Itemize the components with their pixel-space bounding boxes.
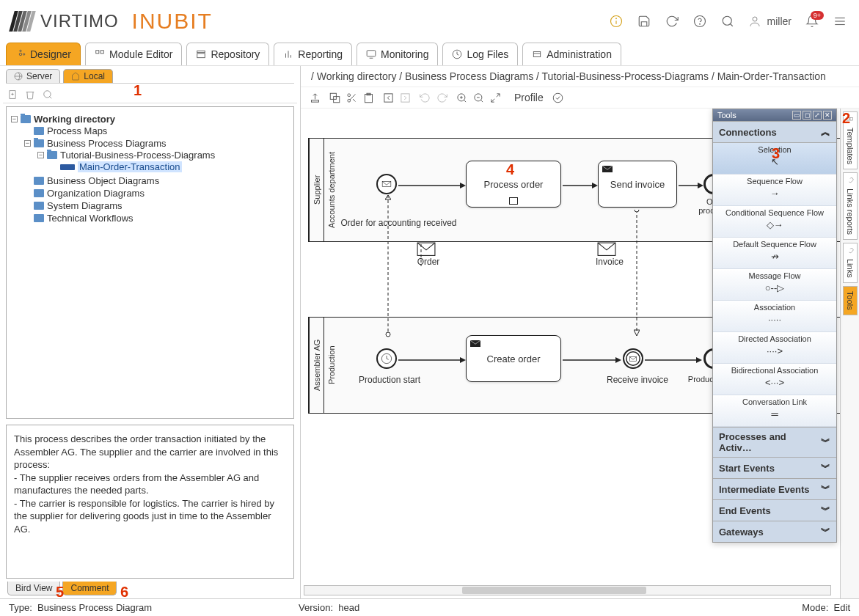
section-connections[interactable]: Connections︽ [713,121,836,143]
tools-panel[interactable]: Tools ▭ ◻ ⤢ ✕ Connections︽ Selection↖ Se… [712,109,837,543]
next-icon[interactable] [400,92,411,103]
tab-server[interactable]: Server [6,69,60,83]
tool-default-flow[interactable]: Default Sequence Flow↛ [713,238,836,269]
msg-invoice-icon[interactable] [597,242,616,255]
svg-marker-58 [592,183,598,188]
tools-pin-icon[interactable]: ⤢ [813,111,822,120]
tree-main-order[interactable]: Main-Order-Transaction [78,161,182,172]
tree-sys[interactable]: System Diagrams [47,200,123,211]
menu-icon[interactable] [833,14,847,29]
user-info[interactable]: miller [748,15,792,28]
comment-p1: This process describes the order transac… [14,433,286,472]
tool-conditional-flow[interactable]: Conditional Sequence Flow◇→ [713,206,836,238]
upload-icon[interactable] [310,92,321,103]
copy-icon[interactable] [329,92,340,103]
section-intermediate-events[interactable]: Intermediate Events︾ [713,478,836,499]
header-actions: miller 9+ [609,14,847,29]
save-icon[interactable] [637,14,651,29]
pool-assembler-title: Assembler AG [309,318,324,413]
help-icon[interactable] [692,14,707,29]
tree-tutorial[interactable]: Tutorial-Business-Process-Diagrams [60,150,215,161]
tool-sequence-flow[interactable]: Sequence Flow→ [713,175,836,206]
check-icon[interactable] [552,92,563,103]
status-bar: Type: Business Process Diagram Version: … [0,598,859,616]
tool-association[interactable]: Association····· [713,301,836,332]
tool-conversation-link[interactable]: Conversation Link═ [713,395,836,427]
callout-2: 2 [842,110,850,127]
status-mode-label: Mode: [802,602,828,613]
redo-icon[interactable] [436,92,447,103]
chevron-down-icon: ︾ [821,436,830,449]
chevron-down-icon: ︾ [821,483,830,496]
tree-root[interactable]: Working directory [34,114,115,125]
svg-line-45 [464,100,466,102]
folder-icon [34,202,44,210]
tools-max-icon[interactable]: ◻ [803,111,811,120]
section-processes[interactable]: Processes and Activ…︾ [713,427,836,457]
tree-bpd[interactable]: Business Process Diagrams [47,138,167,149]
tab-designer[interactable]: Designer [6,43,81,65]
task-send-invoice[interactable]: Send invoice [598,161,677,208]
directory-tree[interactable]: −Working directory Process Maps −Busines… [6,106,294,419]
zoom-out-icon[interactable] [473,92,484,103]
svg-point-80 [635,210,639,212]
tree-tech[interactable]: Technical Workflows [47,213,134,224]
tab-module-editor[interactable]: Module Editor [85,43,182,65]
section-gateways[interactable]: Gateways︾ [713,521,836,542]
dock-tools[interactable]: Tools [843,286,858,315]
zoom-fit-icon[interactable] [490,92,501,103]
dock-links[interactable]: Links [843,243,858,283]
svg-point-13 [23,54,25,55]
info-icon[interactable] [609,14,624,29]
bell-icon[interactable]: 9+ [805,14,819,29]
tool-message-flow[interactable]: Message Flow○--▷ [713,269,836,301]
section-end-events[interactable]: End Events︾ [713,499,836,521]
status-type-label: Type: [9,602,32,613]
task-create-order[interactable]: Create order [466,335,561,382]
zoom-in-icon[interactable] [456,92,467,103]
folder-icon [21,115,31,123]
svg-rect-15 [100,51,103,54]
tools-min-icon[interactable]: ▭ [792,111,801,120]
new-icon[interactable] [7,89,18,100]
callout-5: 5 [56,584,64,601]
event-order-received[interactable] [376,174,397,194]
tree-bod[interactable]: Business Object Diagrams [47,175,159,186]
diagram-icon [60,164,75,170]
svg-line-52 [491,98,494,101]
svg-point-2 [615,18,616,18]
tab-administration[interactable]: Administration [522,43,621,65]
tab-local[interactable]: Local [63,69,113,83]
undo-icon[interactable] [420,92,431,103]
section-start-events[interactable]: Start Events︾ [713,457,836,478]
tab-repository[interactable]: Repository [186,43,269,65]
tab-monitoring[interactable]: Monitoring [357,43,438,65]
prev-icon[interactable] [383,92,394,103]
tree-org[interactable]: Organization Diagrams [47,188,145,199]
search-tree-icon[interactable] [43,89,53,100]
canvas-wrap: Supplier Accounts department Order for a… [301,109,859,598]
tab-bird-view[interactable]: Bird View [7,582,60,595]
paste-icon[interactable] [363,92,374,103]
tool-bidir-assoc[interactable]: Bidirectional Association<···> [713,364,836,395]
delete-icon[interactable] [25,89,35,100]
dock-links-reports[interactable]: Links reports [843,172,858,240]
search-icon[interactable] [720,14,735,29]
comment-panel: This process describes the order transac… [6,425,294,579]
refresh-icon[interactable] [665,14,679,29]
pool-supplier-title: Supplier [309,139,324,241]
h-scrollbar[interactable] [304,585,831,595]
tools-close-icon[interactable]: ✕ [823,111,832,120]
tree-process-maps[interactable]: Process Maps [47,125,107,136]
tool-directed-assoc[interactable]: Directed Association····> [713,332,836,364]
profile-label[interactable]: Profile [514,92,544,103]
tab-reporting[interactable]: Reporting [274,43,352,65]
chevron-up-icon: ︽ [821,125,830,139]
cut-icon[interactable] [346,92,357,103]
tab-comment[interactable]: Comment [62,582,117,595]
comment-p3: - The carrier is responsible for logisti… [14,497,286,536]
tools-titlebar[interactable]: Tools ▭ ◻ ⤢ ✕ [713,109,836,121]
tab-log-files[interactable]: Log Files [442,43,518,65]
event-receive-invoice[interactable] [623,348,643,369]
status-type: Business Process Diagram [37,602,152,613]
